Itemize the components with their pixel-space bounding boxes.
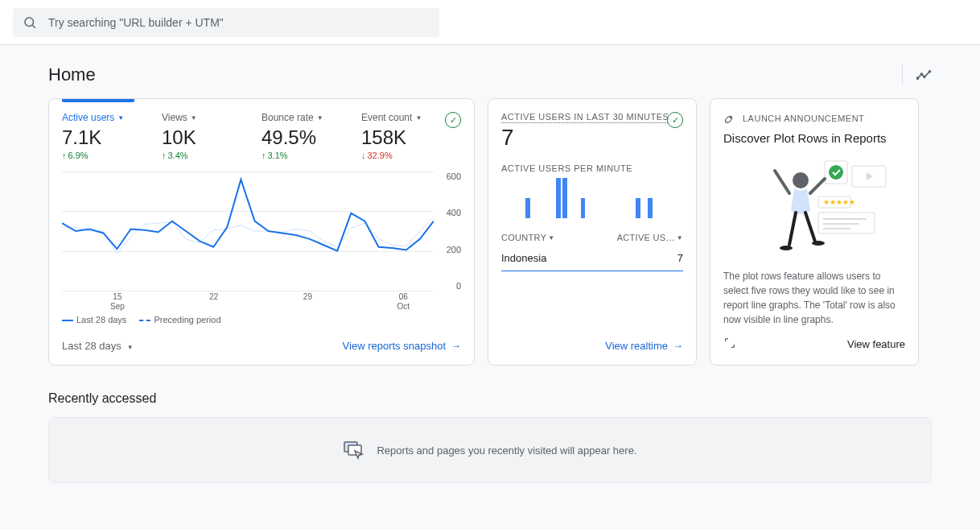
col-active-users[interactable]: ACTIVE US…▼ (617, 233, 683, 242)
chart-plot-area (62, 172, 434, 291)
pages-cursor-icon (343, 440, 365, 460)
chart-legend: Last 28 days Preceding period (62, 315, 461, 324)
metric-delta: ↑3.4% (162, 151, 261, 160)
recently-accessed-empty-state: Reports and pages you recently visited w… (48, 417, 932, 483)
chevron-down-icon: ▼ (415, 114, 422, 122)
insights-icon (916, 67, 932, 83)
view-reports-snapshot-link[interactable]: View reports snapshot (343, 340, 461, 352)
metric-views[interactable]: Views▼ 10K ↑3.4% (162, 112, 261, 160)
chevron-down-icon: ▼ (191, 114, 197, 122)
overview-cards: ✓ Active users▼ 7.1K ↑6.9% Views▼ 10K ↑3… (48, 98, 932, 366)
metric-delta: ↑6.9% (62, 151, 162, 160)
svg-line-19 (810, 179, 825, 193)
metric-bounce-rate[interactable]: Bounce rate▼ 49.5% ↑3.1% (261, 112, 361, 160)
per-minute-label: ACTIVE USERS PER MINUTE (501, 163, 683, 173)
insights-button[interactable] (902, 65, 932, 85)
metric-value: 7.1K (62, 126, 162, 149)
chevron-down-icon (125, 340, 134, 352)
announcement-illustration: ★★★★★ (723, 155, 905, 259)
svg-text:★★★★★: ★★★★★ (823, 198, 855, 206)
recently-accessed-heading: Recently accessed (48, 391, 932, 406)
metrics-header: Active users▼ 7.1K ↑6.9% Views▼ 10K ↑3.4… (62, 112, 461, 160)
arrow-up-icon: ↑ (261, 151, 266, 160)
metric-value: 10K (162, 126, 261, 149)
expand-icon[interactable] (723, 337, 736, 352)
date-range-selector[interactable]: Last 28 days (62, 340, 134, 352)
arrow-right-icon (451, 340, 461, 352)
metric-label: Views (162, 112, 187, 123)
page-title: Home (48, 64, 96, 85)
metric-delta: ↓32.9% (361, 151, 461, 160)
search-input[interactable] (47, 15, 430, 30)
announcement-badge: LAUNCH ANNOUNCEMENT (723, 112, 905, 125)
realtime-title: ACTIVE USERS IN LAST 30 MINUTES (501, 112, 683, 122)
announcement-card: LAUNCH ANNOUNCEMENT Discover Plot Rows i… (710, 98, 919, 366)
per-minute-bar-chart (501, 178, 683, 218)
empty-state-message: Reports and pages you recently visited w… (377, 444, 636, 457)
svg-point-3 (921, 73, 923, 75)
metric-value: 158K (361, 126, 461, 149)
home-page: Home ✓ Active users▼ 7.1K ↑6.9% Views▼ (0, 45, 980, 529)
realtime-active-users: 7 (501, 125, 683, 151)
svg-point-17 (793, 172, 809, 188)
metric-label: Bounce rate (261, 112, 314, 123)
svg-point-8 (829, 165, 843, 180)
chevron-down-icon: ▼ (117, 114, 124, 122)
chevron-down-icon: ▼ (548, 234, 554, 242)
metric-active-users[interactable]: Active users▼ 7.1K ↑6.9% (62, 112, 162, 160)
rocket-icon (723, 112, 736, 125)
row-users: 7 (677, 252, 683, 264)
page-header: Home (48, 64, 932, 85)
realtime-card: ✓ ACTIVE USERS IN LAST 30 MINUTES 7 ACTI… (488, 98, 697, 366)
realtime-table-header: COUNTRY▼ ACTIVE US…▼ (501, 228, 683, 247)
arrow-down-icon: ↓ (361, 151, 366, 160)
chart-y-axis: 600 400 200 0 (439, 172, 461, 291)
announcement-body: The plot rows feature allows users to se… (723, 269, 905, 327)
announcement-title: Discover Plot Rows in Reports (723, 131, 905, 145)
svg-point-21 (812, 241, 825, 246)
status-check-icon[interactable]: ✓ (667, 112, 683, 128)
metrics-card: ✓ Active users▼ 7.1K ↑6.9% Views▼ 10K ↑3… (48, 98, 475, 366)
metric-delta: ↑3.1% (261, 151, 361, 160)
metric-label: Active users (62, 112, 114, 123)
view-realtime-link[interactable]: View realtime (605, 340, 683, 352)
svg-line-18 (775, 171, 789, 193)
legend-current: Last 28 days (62, 315, 126, 324)
svg-point-4 (924, 76, 925, 78)
realtime-table-row[interactable]: Indonesia 7 (501, 247, 683, 271)
chevron-down-icon: ▼ (317, 114, 323, 122)
users-line-chart: 600 400 200 0 15Sep 22 (62, 172, 461, 308)
row-country: Indonesia (501, 252, 546, 264)
chart-x-axis: 15Sep 22 29 06Oct (62, 292, 434, 312)
arrow-right-icon (673, 340, 683, 352)
legend-previous: Preceding period (139, 315, 220, 324)
top-bar (0, 0, 980, 45)
svg-point-2 (917, 77, 919, 79)
svg-point-20 (780, 246, 793, 250)
chevron-down-icon: ▼ (677, 234, 683, 242)
search-icon (23, 15, 37, 30)
metric-value: 49.5% (261, 126, 361, 149)
search-box[interactable] (13, 8, 439, 37)
arrow-up-icon: ↑ (162, 151, 167, 160)
metric-label: Event count (361, 112, 412, 123)
view-feature-link[interactable]: View feature (847, 338, 905, 350)
col-country[interactable]: COUNTRY▼ (501, 233, 555, 242)
arrow-up-icon: ↑ (62, 151, 67, 160)
svg-point-6 (730, 117, 731, 118)
active-metric-indicator (62, 99, 134, 102)
svg-point-5 (929, 71, 931, 72)
status-check-icon[interactable]: ✓ (445, 112, 461, 128)
svg-point-0 (25, 18, 34, 27)
svg-line-1 (32, 25, 35, 27)
